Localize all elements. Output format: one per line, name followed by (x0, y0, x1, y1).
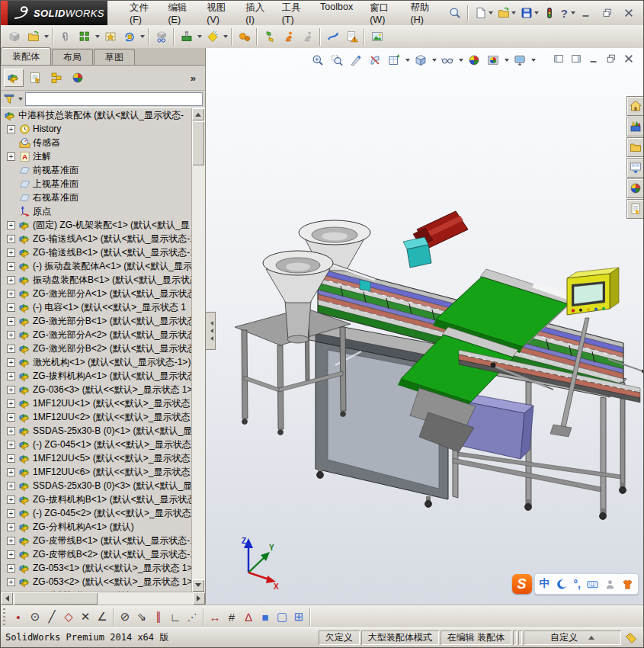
tree-item-component[interactable]: ZG-036<3> (默认<<默认>_显示状态 1>) (1, 383, 192, 396)
tree-item-component[interactable]: ZG-053<2> (默认<<默认>_显示状态 1>) (1, 575, 192, 589)
tree-item-component[interactable]: 激光机构<1> (默认<默认_显示状态-1>) (1, 355, 192, 369)
file-explorer-tab[interactable] (626, 137, 643, 157)
tree-item-component[interactable]: (-) ZG-045<1> (默认<<默认>_显示状态 (1, 438, 192, 451)
close-button[interactable] (620, 6, 637, 20)
chevron-down-icon[interactable] (405, 59, 410, 64)
tree-item-component[interactable]: ZG-皮带线B<2> (默认<默认_显示状态-1 (1, 547, 192, 561)
new-document-button[interactable] (473, 5, 495, 21)
snap-nearest-button[interactable]: ∠ (94, 608, 111, 625)
restore-document-button[interactable] (604, 52, 618, 65)
snap-intersection-button[interactable]: ✕ (77, 608, 94, 625)
minimize-button[interactable] (578, 6, 594, 20)
tree-item-component[interactable]: 振动盘装配体B<1> (默认<默认_显示状态 (1, 273, 192, 287)
chevron-down-icon[interactable] (432, 59, 437, 64)
expand-toggle-icon[interactable] (7, 221, 15, 229)
filter-input[interactable] (25, 92, 203, 106)
chevron-down-icon[interactable] (571, 11, 575, 17)
exploded-view-button[interactable] (260, 27, 279, 47)
3d-assembly-model[interactable]: Z Y X (206, 48, 643, 605)
tree-item-component[interactable]: ZG-皮带线B<1> (默认<默认_显示状态-1 (1, 534, 192, 547)
tree-item-component[interactable]: 1MF12UU<2> (默认<<默认>_显示状态 1> (1, 410, 192, 424)
solidworks-resources-tab[interactable] (626, 96, 643, 116)
zoom-to-area-button[interactable] (328, 51, 346, 69)
tree-item-component[interactable]: (-) 振动盘装配体A<1> (默认<默认_显示 (1, 259, 192, 273)
punctuation-toggle[interactable]: °, (574, 578, 582, 590)
tree-item-component[interactable]: (-) 电容<1> (默认<<默认>_显示状态 1 (1, 300, 192, 314)
expand-toggle-icon[interactable] (7, 482, 15, 490)
chevron-down-icon[interactable] (511, 11, 516, 17)
expand-toggle-icon[interactable] (7, 249, 15, 257)
scroll-right-button[interactable] (193, 592, 205, 605)
filter-funnel-icon[interactable] (3, 93, 15, 105)
open-file-button[interactable] (24, 27, 43, 47)
chevron-down-icon[interactable] (95, 35, 100, 40)
snap-parallel-button[interactable]: ∥ (150, 608, 167, 625)
tree-item-component[interactable]: ZG-拔料机构B<1> (默认<默认_显示状态 (1, 492, 192, 506)
expand-toggle-icon[interactable] (7, 303, 15, 312)
soft-keyboard-icon[interactable] (587, 579, 598, 590)
chevron-down-icon[interactable] (140, 35, 145, 40)
sogou-logo-icon[interactable]: S (512, 574, 532, 594)
menu-window[interactable]: 窗口(W) (361, 0, 402, 27)
insert-component-button[interactable] (5, 27, 24, 47)
snap-3d-button[interactable]: ■ (257, 608, 274, 625)
chevron-down-icon[interactable] (459, 59, 463, 64)
tree-horizontal-scrollbar[interactable] (1, 592, 205, 605)
chevron-down-icon[interactable] (44, 35, 49, 40)
tree-item-component[interactable]: ZG-输送线A<1> (默认<默认_显示状态-1 (1, 232, 192, 245)
menu-file[interactable]: 文件(F) (121, 0, 159, 27)
close-document-button[interactable] (621, 52, 636, 65)
chevron-down-icon[interactable] (531, 59, 536, 64)
tab-assembly[interactable]: 装配体 (1, 47, 51, 65)
tree-item-component[interactable]: 1MF12UU<1> (默认<<默认>_显示状态 1> (1, 396, 192, 410)
attachment-button[interactable] (56, 27, 75, 47)
motion-study-button[interactable] (235, 27, 254, 47)
displaymanager-button[interactable] (68, 69, 88, 87)
skin-icon[interactable] (622, 579, 633, 590)
snap-angle-button[interactable]: ∆ (240, 608, 257, 625)
show-hidden-components-button[interactable] (152, 27, 171, 47)
expand-toggle-icon[interactable] (7, 399, 15, 408)
snap-table-button[interactable]: ⊞ (290, 608, 307, 625)
configurationmanager-button[interactable] (46, 69, 66, 87)
snap-grid-button[interactable]: # (223, 608, 240, 625)
more-tabs-button[interactable]: » (191, 72, 202, 84)
tree-item-component[interactable]: ZG-激光部分B<1> (默认<默认_显示状态 (1, 314, 192, 328)
tree-root-assembly[interactable]: 中港科技总装配体 (默认<默认_显示状态- (1, 108, 192, 122)
tree-item-component[interactable]: ZG-分料机构A<1> (默认) (1, 520, 192, 534)
snap-point-button[interactable]: • (10, 608, 27, 625)
chevron-down-icon[interactable] (197, 35, 202, 40)
save-button[interactable] (519, 5, 541, 21)
large-design-review-button[interactable] (323, 27, 342, 47)
expand-toggle-icon[interactable] (7, 468, 15, 476)
menu-insert[interactable]: 插入(I) (237, 0, 274, 27)
tree-item-component[interactable]: ZG-激光部分A<1> (默认<默认_显示状态 (1, 287, 192, 300)
scroll-left-button[interactable] (1, 592, 13, 605)
expand-toggle-icon[interactable] (7, 496, 15, 504)
tree-item-component[interactable]: (固定) ZG-机架装配<1> (默认<默认_显 (1, 218, 192, 232)
scrollbar-thumb[interactable] (192, 121, 204, 165)
section-view-button[interactable] (366, 51, 384, 69)
toggle-left-pane-button[interactable] (551, 52, 566, 65)
tag-button[interactable] (622, 632, 640, 644)
snap-tangent-button[interactable]: ⊘ (117, 608, 133, 625)
hide-show-items-button[interactable] (438, 51, 457, 69)
chevron-down-icon[interactable] (489, 11, 493, 17)
tree-item-front-plane[interactable]: 前视基准面 (1, 163, 192, 177)
expand-toggle-icon[interactable] (7, 550, 15, 559)
tree-item-top-plane[interactable]: 上视基准面 (1, 177, 192, 191)
tree-item-component[interactable]: 1MF12UU<5> (默认<<默认>_显示状态 1> (1, 451, 192, 465)
chevron-down-icon[interactable] (18, 98, 23, 103)
expand-toggle-icon[interactable] (7, 262, 15, 271)
photoview-button[interactable] (367, 27, 386, 47)
ime-mode-toggle[interactable]: 中 (540, 577, 550, 591)
graphics-viewport[interactable]: Z Y X S 中 °, (206, 48, 643, 605)
scrollbar-thumb[interactable] (14, 592, 98, 605)
3d-drawing-view-button[interactable] (347, 51, 365, 69)
scroll-down-button[interactable] (192, 579, 204, 592)
custom-properties-tab[interactable] (626, 199, 643, 219)
snap-spline-button[interactable]: ⋰ (184, 608, 200, 625)
tree-item-component[interactable]: ZG-激光部分A<2> (默认<默认_显示状态 (1, 328, 192, 342)
tree-item-sensors[interactable]: 传感器 (1, 136, 192, 149)
tree-item-component[interactable]: (-) ZG-045<2> (默认<<默认>_显示状态 (1, 506, 192, 520)
